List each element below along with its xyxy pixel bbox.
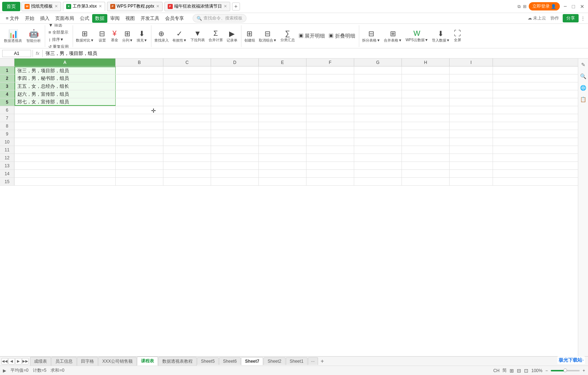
row-num-4[interactable]: 4 bbox=[0, 90, 14, 98]
menu-data[interactable]: 数据 bbox=[92, 14, 107, 23]
cell-f4[interactable] bbox=[306, 90, 354, 98]
ungroup-btn[interactable]: ⊟ 取消组合▼ bbox=[257, 26, 278, 46]
tab-pptx[interactable]: P WPS PPT教程.pptx ✕ bbox=[107, 2, 163, 11]
import-data-btn[interactable]: ⬇ 导入数据▼ bbox=[430, 26, 451, 46]
sheet-tab-sheet1[interactable]: Sheet1 bbox=[286, 357, 308, 365]
cell-reference-input[interactable] bbox=[2, 50, 31, 57]
sheet-nav-prev[interactable]: ◀ bbox=[8, 358, 15, 365]
cell-d1[interactable] bbox=[211, 66, 259, 74]
cell-d4[interactable] bbox=[211, 90, 259, 98]
cell-i4[interactable] bbox=[450, 90, 493, 98]
more-options-icon[interactable]: ⋮ bbox=[581, 16, 585, 21]
cell-g5[interactable] bbox=[354, 98, 402, 106]
cell-f5[interactable] bbox=[306, 98, 354, 106]
cell-i1[interactable] bbox=[450, 66, 493, 74]
zoom-slider[interactable] bbox=[551, 370, 580, 371]
cell-b5[interactable] bbox=[116, 98, 163, 106]
cell-a5[interactable]: 郑七，女，宣传部，组员 bbox=[14, 98, 116, 106]
sheet-tab-tianzige[interactable]: 田字格 bbox=[77, 357, 98, 366]
sidebar-globe-btn[interactable]: 🌐 bbox=[579, 84, 587, 92]
cell-c5[interactable] bbox=[163, 98, 211, 106]
maximize-button[interactable]: □ bbox=[571, 4, 576, 9]
sheet-tab-more[interactable]: ··· bbox=[308, 357, 318, 365]
sheet-nav-prev-prev[interactable]: ◀◀ bbox=[1, 358, 8, 365]
sidebar-search-btn[interactable]: 🔍 bbox=[579, 72, 587, 80]
cell-h2[interactable] bbox=[402, 74, 450, 82]
find-insert-btn[interactable]: ⊕ 查找录入 bbox=[153, 26, 170, 46]
sheet-tab-sheet6[interactable]: Sheet6 bbox=[219, 357, 241, 365]
corner-cell[interactable] bbox=[0, 59, 14, 66]
row-num-3[interactable]: 3 bbox=[0, 82, 14, 90]
cell-e3[interactable] bbox=[259, 82, 306, 90]
col-header-i[interactable]: I bbox=[450, 59, 493, 66]
pivot-table-btn[interactable]: 📊 数据透视表 bbox=[2, 26, 24, 46]
tab-xlsx-close[interactable]: ✕ bbox=[99, 4, 102, 9]
menu-review[interactable]: 审阅 bbox=[107, 14, 123, 23]
reset-btn[interactable]: ↺ 重复应用 bbox=[47, 43, 70, 48]
tab-holiday-close[interactable]: ✕ bbox=[224, 4, 227, 9]
sheet-nav-next[interactable]: ▶ bbox=[15, 358, 22, 365]
zoom-in-button[interactable]: + bbox=[583, 368, 585, 373]
col-header-b[interactable]: B bbox=[116, 59, 163, 66]
sidebar-clipboard-btn[interactable]: 📋 bbox=[579, 95, 587, 103]
input-mode-icon[interactable]: 简 bbox=[502, 367, 507, 374]
sort-btn[interactable]: ↕ 排序▼ bbox=[47, 36, 65, 43]
fill-btn[interactable]: ⬇ 填充▼ bbox=[135, 26, 149, 46]
sheet-nav-next-next[interactable]: ▶▶ bbox=[22, 358, 29, 365]
cell-h4[interactable] bbox=[402, 90, 450, 98]
menu-file[interactable]: ≡ 文件 bbox=[3, 14, 22, 23]
cell-a2[interactable]: 李四，男，秘书部，组员 bbox=[14, 74, 116, 82]
col-header-f[interactable]: F bbox=[306, 59, 354, 66]
fullscreen-btn[interactable]: ⛶ 全屏 bbox=[452, 26, 463, 46]
zoom-slider-thumb[interactable] bbox=[563, 368, 567, 372]
zoom-out-button[interactable]: − bbox=[545, 368, 548, 373]
menu-home[interactable]: 开始 bbox=[22, 14, 37, 23]
row-num-2[interactable]: 2 bbox=[0, 74, 14, 82]
sheet-tab-sheet7-active[interactable]: Sheet7 bbox=[241, 357, 263, 365]
col-header-h[interactable]: H bbox=[402, 59, 450, 66]
login-button[interactable]: 立即登录 👤 bbox=[529, 2, 560, 10]
sheet-tab-pivot-tutorial[interactable]: 数据透视表教程 bbox=[158, 357, 197, 366]
col-header-g[interactable]: G bbox=[354, 59, 402, 66]
show-all-btn[interactable]: ≡ 全部显示 bbox=[47, 29, 70, 36]
menu-view[interactable]: 视图 bbox=[123, 14, 138, 23]
cell-c1[interactable] bbox=[163, 66, 211, 74]
row-num-1[interactable]: 1 bbox=[0, 66, 14, 74]
cell-g3[interactable] bbox=[354, 82, 402, 90]
validity-btn[interactable]: ✓ 有效性▼ bbox=[171, 26, 188, 46]
cell-b2[interactable] bbox=[116, 74, 163, 82]
cell-i2[interactable] bbox=[450, 74, 493, 82]
command-search[interactable]: 🔍 查找命令、搜索模板 bbox=[193, 14, 246, 22]
filter-btn[interactable]: ▼ 筛选 bbox=[47, 24, 64, 29]
col-header-a[interactable]: A bbox=[14, 59, 116, 66]
close-button[interactable]: ✕ bbox=[579, 4, 586, 9]
coop-btn[interactable]: 协作 bbox=[548, 14, 561, 22]
wps-data-btn[interactable]: W WPS云数据▼ bbox=[404, 26, 430, 46]
add-tab-button[interactable]: + bbox=[232, 3, 240, 10]
window-grid-icon[interactable]: ⊞ bbox=[523, 4, 527, 9]
row-num-5[interactable]: 5 bbox=[0, 98, 14, 106]
sheet-tab-add[interactable]: + bbox=[318, 357, 326, 365]
tab-xlsx[interactable]: X 工作第3.xlsx ✕ bbox=[63, 2, 105, 11]
sheet-tab-xxxsales[interactable]: XXX公司销售额 bbox=[98, 357, 137, 366]
col-header-c[interactable]: C bbox=[163, 59, 211, 66]
split-table-btn[interactable]: ⊟ 拆分表格▼ bbox=[361, 26, 382, 46]
cell-i3[interactable] bbox=[450, 82, 493, 90]
data-compare-btn[interactable]: ⊞ 数据对比▼ bbox=[74, 26, 95, 46]
cell-d2[interactable] bbox=[211, 74, 259, 82]
home-button[interactable]: 首页 bbox=[2, 2, 20, 11]
sidebar-edit-btn[interactable]: ✎ bbox=[579, 61, 587, 69]
menu-vip[interactable]: 会员专享 bbox=[162, 14, 187, 23]
cell-a1[interactable]: 张三，男，项目部，组员 bbox=[14, 66, 116, 74]
cell-f1[interactable] bbox=[306, 66, 354, 74]
view-page-layout-icon[interactable]: ⊡ bbox=[524, 368, 528, 374]
cell-f3[interactable] bbox=[306, 82, 354, 90]
cell-c3[interactable] bbox=[163, 82, 211, 90]
tab-pptx-close[interactable]: ✕ bbox=[156, 4, 159, 9]
cell-h1[interactable] bbox=[402, 66, 450, 74]
view-normal-icon[interactable]: ⊞ bbox=[510, 368, 514, 374]
record-btn[interactable]: ▶ 记录单 bbox=[225, 26, 239, 46]
tab-wps-tpl-close[interactable]: ✕ bbox=[55, 4, 58, 9]
expand-btn[interactable]: ▣ 展开明细 bbox=[297, 26, 327, 46]
cloud-btn[interactable]: ☁ 未上云 bbox=[525, 14, 548, 22]
